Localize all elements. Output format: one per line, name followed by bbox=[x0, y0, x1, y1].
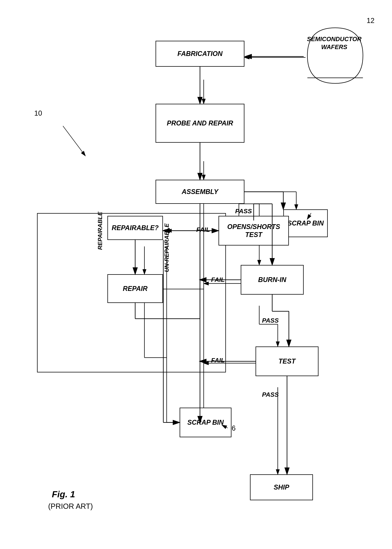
fail-label-2: FAIL bbox=[211, 276, 225, 283]
fabrication-box: FABRICATION bbox=[155, 41, 245, 67]
test-box: TEST bbox=[256, 347, 318, 376]
fig-label: Fig. 1 bbox=[52, 489, 75, 499]
opens-shorts-box: OPENS/SHORTS TEST bbox=[218, 216, 289, 245]
semiconductor-wafers-label: SEMICONDUCTOR WAFERS bbox=[305, 35, 364, 51]
repairable-box: REPAIRABLE? bbox=[107, 216, 163, 240]
unrepairable-label: UN-REPAIRABLE bbox=[163, 223, 170, 272]
wafer-shape bbox=[304, 26, 367, 85]
burn-in-box: BURN-IN bbox=[241, 265, 304, 295]
prior-art-label: (PRIOR ART) bbox=[48, 502, 93, 510]
fail-label-1: FAIL bbox=[196, 226, 210, 233]
pass-label-1: PASS bbox=[235, 207, 252, 215]
pass-label-2: PASS bbox=[262, 317, 279, 324]
scrap-bin-16-box: SCRAP BIN bbox=[180, 408, 231, 437]
ref-12: 12 bbox=[367, 17, 374, 25]
ref-10: 10 bbox=[34, 109, 42, 117]
scrap-bin-14-box: SCRAP BIN bbox=[283, 209, 328, 237]
svg-line-59 bbox=[63, 126, 85, 156]
repair-box: REPAIR bbox=[107, 274, 163, 303]
diagram: 10 12 14 16 SEMICONDUCTOR WAFERS FABRICA… bbox=[0, 0, 392, 549]
pass-label-3: PASS bbox=[262, 391, 279, 398]
ship-box: SHIP bbox=[250, 474, 313, 500]
assembly-box: ASSEMBLY bbox=[155, 180, 245, 204]
fail-label-3: FAIL bbox=[211, 357, 225, 364]
probe-repair-box: PROBE AND REPAIR bbox=[155, 104, 245, 143]
repairable-label: REPAIRABLE bbox=[97, 212, 104, 250]
